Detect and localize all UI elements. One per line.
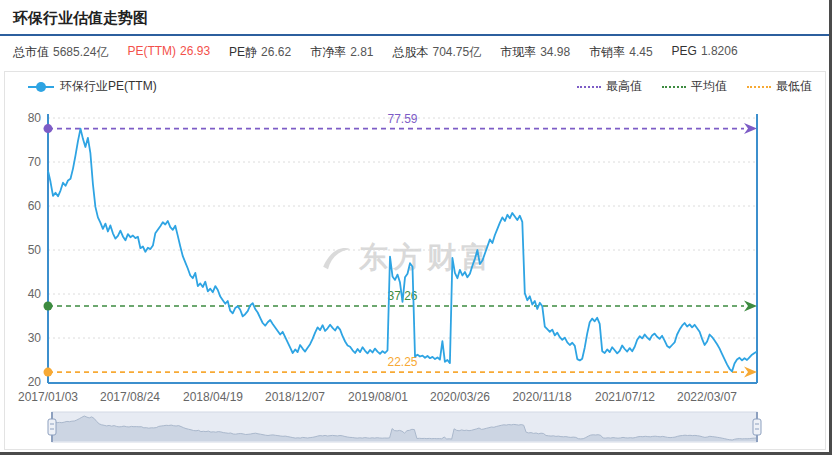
svg-text:2020/03/26: 2020/03/26 [430,390,490,404]
svg-text:2017/01/03: 2017/01/03 [18,390,78,404]
svg-text:20: 20 [28,375,42,389]
svg-text:2018/12/07: 2018/12/07 [265,390,325,404]
svg-text:80: 80 [28,111,42,125]
x-axis-labels: 2017/01/03 2017/08/24 2018/04/19 2018/12… [18,390,737,404]
svg-text:2019/08/01: 2019/08/01 [348,390,408,404]
pe-trend-chart: 80 70 60 50 40 30 20 2017/01/03 2017/08/… [0,0,832,458]
svg-text:50: 50 [28,243,42,257]
svg-text:40: 40 [28,287,42,301]
svg-text:2020/11/18: 2020/11/18 [512,390,571,404]
datazoom-slider[interactable] [48,412,761,442]
svg-text:2021/07/12: 2021/07/12 [595,390,655,404]
svg-text:30: 30 [28,331,42,345]
svg-text:70: 70 [28,155,42,169]
valuation-chart-page: 环保行业估值走势图 总市值5685.24亿 PE(TTM)26.93 PE静26… [0,0,832,458]
y-axis-labels: 80 70 60 50 40 30 20 [28,111,42,389]
svg-text:60: 60 [28,199,42,213]
chart-plot-area[interactable] [48,114,757,383]
svg-text:2022/03/07: 2022/03/07 [677,390,737,404]
svg-text:2018/04/19: 2018/04/19 [183,390,243,404]
window-bottom-border [0,452,832,455]
svg-text:2017/08/24: 2017/08/24 [100,390,160,404]
